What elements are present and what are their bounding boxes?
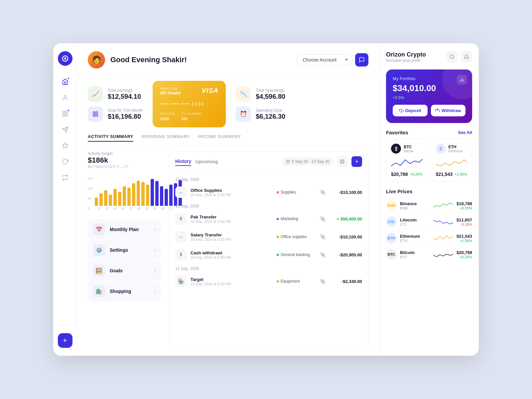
spending-goal-card: ⏰ Spending Goal $6,126.30 <box>236 106 285 122</box>
transactions-settings-button[interactable] <box>337 156 347 167</box>
earnings-value: $12,594.10 <box>108 93 141 100</box>
table-row: ↔ Office Supplies 10 Sep, 2020 at 3:30 P… <box>169 183 368 201</box>
send-icon[interactable] <box>59 123 72 136</box>
tab-history[interactable]: History <box>175 157 191 166</box>
settings-icon: ⚙️ <box>93 244 105 256</box>
x-label: 21 <box>143 207 151 210</box>
monthly-plan-arrow: › <box>154 227 156 232</box>
deposit-button[interactable]: Deposit <box>393 105 428 116</box>
menu-item-goals[interactable]: 🖼️ Goals › <box>88 261 161 281</box>
menu-item-settings[interactable]: ⚙️ Settings › <box>88 240 161 260</box>
category-name: General banking <box>281 252 310 257</box>
trans-date-label: 13 Sep, 2020 <box>175 177 362 182</box>
trans-name: Cash withdrawl <box>191 250 273 255</box>
goal-icon <box>88 106 103 122</box>
favorites-header: Favorites See All <box>386 130 472 135</box>
svg-point-19 <box>450 55 454 59</box>
transactions-body: 13 Sep, 2020 ↔ Office Supplies 10 Sep, 2… <box>169 172 368 349</box>
bar-item <box>109 195 112 206</box>
account-select[interactable]: Choose Account Savings Account Checking … <box>297 54 352 66</box>
svg-rect-10 <box>93 112 95 113</box>
card-brand: VISA <box>201 87 218 94</box>
y-axis: 15k 10k 5k 0 <box>88 177 93 210</box>
svg-rect-4 <box>66 111 67 113</box>
bar-item <box>99 193 103 206</box>
left-panel: ACTIVITY SUMMARY SPENDING SUMMARY INCOME… <box>88 134 368 349</box>
trans-amount: -$2,340.00 <box>332 279 362 284</box>
chat-button[interactable] <box>355 53 368 66</box>
spendings-label: Total Spendings <box>256 88 285 93</box>
trans-category: Supplies <box>277 190 313 195</box>
tab-income-summary[interactable]: INCOME SUMMARY <box>198 134 241 142</box>
main-content: 🧑 Good Evening Shakir! Choose Account Sa… <box>77 43 379 356</box>
add-button[interactable]: + <box>58 333 72 348</box>
portfolio-change: +2.5% <box>393 95 466 100</box>
attachment-icon: 📎 <box>320 216 326 221</box>
exp-value: 12/25 <box>160 117 169 121</box>
crypto-subtitle: Increase your profit <box>386 58 426 63</box>
x-label: 11 <box>103 207 111 210</box>
trans-name: Salary Transfer <box>191 232 273 237</box>
logo[interactable] <box>58 51 72 66</box>
earnings-icon: 📈 <box>88 86 103 102</box>
settings-label: Settings <box>110 247 149 253</box>
category-dot <box>277 191 279 194</box>
tab-upcoming[interactable]: Upcoming <box>195 158 218 166</box>
tab-activity-summary[interactable]: ACTIVITY SUMMARY <box>88 134 133 142</box>
bar-item <box>146 185 149 206</box>
x-label: 23 <box>151 207 159 210</box>
search-button[interactable] <box>446 51 458 63</box>
bar-item <box>104 190 107 206</box>
spendings-value: $4,596.80 <box>256 93 285 100</box>
notification-button[interactable] <box>461 51 472 63</box>
menu-items: 📅 Monthly Plan › ⚙️ Settings › 🖼️ <box>88 219 161 301</box>
transactions-panel: History Upcoming 6 Sep 20 - 13 Sep 20 <box>169 151 368 349</box>
greeting: Good Evening Shakir! <box>110 56 292 64</box>
total-spendings-card: 📉 Total Spendings $4,596.80 <box>236 86 285 102</box>
goals-label: Goals <box>110 268 149 273</box>
favorites-see-all[interactable]: See All <box>458 130 472 135</box>
bar-item <box>160 186 163 206</box>
menu-item-shopping[interactable]: 🛍️ Shopping › <box>88 281 161 301</box>
star-icon[interactable] <box>59 139 72 152</box>
trans-icon: 🏪 <box>175 276 187 287</box>
bar-item <box>123 186 126 206</box>
x-label: 13 <box>111 207 119 210</box>
add-transaction-button[interactable]: + <box>351 156 362 167</box>
goals-icon: 🖼️ <box>93 265 105 277</box>
spending-goal-icon: ⏰ <box>236 106 251 122</box>
bar-item <box>155 181 159 206</box>
trans-info: Pak Transfer 10 Sep, 2020 at 3:30 PM <box>191 214 273 223</box>
trans-icon: ↔ <box>175 231 187 242</box>
header-icons <box>446 51 472 63</box>
bar-item <box>137 181 140 206</box>
sidebar: + <box>53 43 77 356</box>
earnings-label: Total earnings <box>108 88 141 93</box>
attachment-icon: 📎 <box>320 234 326 239</box>
trans-amount: -$10,100.00 <box>332 234 362 239</box>
home-icon[interactable] <box>59 75 72 88</box>
trans-time: 10 Sep, 2020 at 3:30 PM <box>191 282 273 286</box>
shopping-label: Shopping <box>110 289 149 294</box>
svg-point-2 <box>64 95 66 98</box>
user-icon[interactable] <box>59 91 72 104</box>
apps-icon[interactable] <box>59 107 72 120</box>
trans-info: Salary Transfer 10 Sep, 2020 at 3:30 PM <box>191 232 273 241</box>
live-row-ltc: LTC Litecoin LTC $11,657 -0.18% <box>386 214 472 230</box>
live-prices-header: Live Prices <box>386 189 472 194</box>
tab-spending-summary[interactable]: SPENDING SUMMARY <box>141 134 190 142</box>
withdraw-button[interactable]: Withdraw <box>431 105 466 116</box>
trans-time: 10 Sep, 2020 at 3:30 PM <box>191 193 273 197</box>
trans-date-group: 13 Sep, 2020 <box>169 175 368 183</box>
date-range-label: 6 Sep 20 - 13 Sep 20 <box>292 159 330 164</box>
menu-item-monthly-plan[interactable]: 📅 Monthly Plan › <box>88 219 161 239</box>
fav-card-eth: Ξ ETH Ethereum $21,543 +1.56% <box>431 139 472 182</box>
history-icon[interactable] <box>59 155 72 168</box>
transfer-icon[interactable] <box>59 171 72 184</box>
trans-date-label: 11 Sep, 2020 <box>175 266 362 271</box>
category-dot <box>277 236 279 238</box>
header: 🧑 Good Evening Shakir! Choose Account Sa… <box>77 43 379 74</box>
svg-marker-9 <box>62 143 68 148</box>
live-prices-title: Live Prices <box>386 189 412 194</box>
exp-label: EXP DATE <box>160 112 175 115</box>
